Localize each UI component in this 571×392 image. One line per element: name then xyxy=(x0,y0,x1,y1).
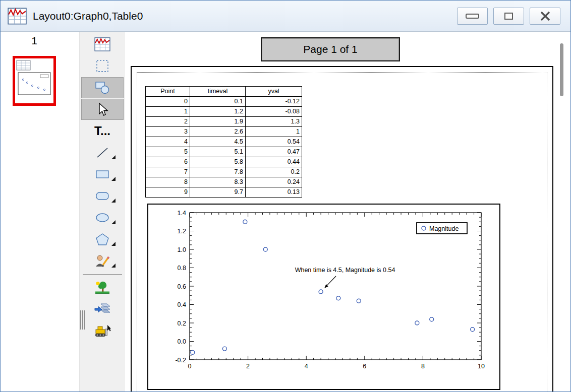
table-row: 55.10.47 xyxy=(146,147,302,157)
dropdown-corner-icon xyxy=(111,220,116,224)
data-point xyxy=(319,290,323,294)
x-tick-label: 10 xyxy=(478,363,485,370)
annotate-person-tool-button[interactable] xyxy=(81,250,124,272)
data-point xyxy=(263,247,267,251)
table-row: 32.61 xyxy=(146,127,302,137)
app-icon xyxy=(8,8,27,25)
table-cell: 9.7 xyxy=(190,187,246,198)
table-row: 21.91.3 xyxy=(146,117,302,127)
y-tick-label: -0.2 xyxy=(175,357,186,364)
table-row: 65.80.44 xyxy=(146,157,302,167)
restore-button[interactable] xyxy=(493,8,524,25)
x-tick-label: 8 xyxy=(421,363,425,370)
close-button[interactable] xyxy=(530,8,560,25)
layout-graph-table-tool-button[interactable] xyxy=(81,34,124,55)
table-cell: 0.2 xyxy=(246,167,302,177)
data-point xyxy=(357,299,361,303)
text-tool-button[interactable]: T... xyxy=(81,120,124,142)
pages-panel: 1 xyxy=(1,32,79,391)
table-header-cell: timeval xyxy=(190,87,246,97)
axis-ticks xyxy=(190,213,481,360)
panel-splitter-grip[interactable] xyxy=(80,310,85,330)
table-cell: 1.3 xyxy=(246,117,302,127)
layout-table[interactable]: Pointtimevalyval 00.1-0.1211.2-0.0821.91… xyxy=(145,86,302,198)
layout-canvas-area: Page 1 of 1 Pointtimevalyval 00.1-0.1211… xyxy=(125,32,555,391)
x-tick-label: 2 xyxy=(246,363,250,370)
window-controls xyxy=(457,8,560,25)
graph-object[interactable]: 0246810-0.20.00.20.40.60.81.01.21.4Magni… xyxy=(147,204,500,390)
table-cell: 0.54 xyxy=(246,137,302,147)
app-window: Layout0:Graph0,Table0 1 xyxy=(0,0,571,392)
table-cell: 4.5 xyxy=(190,137,246,147)
chart-legend: Magnitude xyxy=(417,223,467,234)
layers-tool-button[interactable] xyxy=(81,299,124,320)
table-cell: 1 xyxy=(146,107,190,117)
rounded-rectangle-tool-button[interactable] xyxy=(81,185,124,207)
table-cell: 0.44 xyxy=(246,157,302,167)
tree-icon xyxy=(94,281,110,295)
scatter-points xyxy=(191,220,475,354)
line-icon xyxy=(95,146,109,159)
table-cell: 5.8 xyxy=(190,157,246,167)
y-tick-label: 0.0 xyxy=(178,338,186,345)
table-cell: 2.6 xyxy=(190,127,246,137)
bulldozer-symbol-tool-button[interactable] xyxy=(81,320,124,342)
plot-frame xyxy=(190,213,481,360)
layout-graph-table-icon xyxy=(94,37,110,51)
shapes-tool-button[interactable] xyxy=(81,77,124,98)
table-cell: 0.47 xyxy=(246,147,302,157)
data-point xyxy=(471,328,475,332)
dropdown-corner-icon xyxy=(111,177,116,181)
table-cell: 0 xyxy=(146,97,190,107)
y-tick-label: 0.8 xyxy=(178,265,186,272)
scrollbar-thumb[interactable] xyxy=(560,43,563,96)
ellipse-tool-button[interactable] xyxy=(81,207,124,228)
dropdown-corner-icon xyxy=(111,155,116,159)
data-point xyxy=(191,350,195,354)
polygon-tool-button[interactable] xyxy=(81,229,124,250)
annotation-text: When time is 4.5, Magnitude is 0.54 xyxy=(295,267,395,274)
rectangle-tool-button[interactable] xyxy=(81,164,124,185)
bulldozer-icon xyxy=(94,324,111,338)
table-cell: 0.24 xyxy=(246,177,302,187)
table-cell: 3 xyxy=(146,127,190,137)
data-point xyxy=(430,317,434,321)
scatter-chart: 0246810-0.20.00.20.40.60.81.01.21.4Magni… xyxy=(148,205,499,389)
x-tick-label: 6 xyxy=(363,363,366,370)
table-cell: 7 xyxy=(146,167,190,177)
table-row: 99.70.13 xyxy=(146,187,302,198)
pointer-tool-button[interactable] xyxy=(81,99,124,120)
tree-symbol-tool-button[interactable] xyxy=(81,277,124,298)
rounded-rectangle-icon xyxy=(95,190,110,202)
layers-icon xyxy=(94,302,110,316)
person-pencil-icon xyxy=(95,254,110,268)
thumbnail-page-number: 1 xyxy=(13,35,56,47)
y-tick-label: 0.6 xyxy=(178,283,186,290)
table-cell: 8.3 xyxy=(190,177,246,187)
data-point xyxy=(243,220,247,224)
ellipse-icon xyxy=(95,212,110,224)
line-tool-button[interactable] xyxy=(81,142,124,163)
table-cell: 1.2 xyxy=(190,107,246,117)
data-point xyxy=(222,347,226,351)
table-cell: 8 xyxy=(146,177,190,187)
y-tick-label: 1.2 xyxy=(178,228,186,235)
data-point xyxy=(415,321,419,325)
select-region-tool-button[interactable] xyxy=(81,55,124,77)
vertical-scrollbar[interactable] xyxy=(555,32,570,391)
table-cell: 9 xyxy=(146,187,190,198)
minimize-button[interactable] xyxy=(457,8,488,25)
shapes-icon xyxy=(95,81,110,95)
table-cell: 0.1 xyxy=(190,97,246,107)
page-thumbnail[interactable] xyxy=(13,56,56,106)
table-row: 77.80.2 xyxy=(146,167,302,177)
table-cell: -0.08 xyxy=(246,107,302,117)
table-header-cell: Point xyxy=(146,87,190,97)
table-cell: 2 xyxy=(146,117,190,127)
table-cell: -0.12 xyxy=(246,97,302,107)
polygon-icon xyxy=(95,233,109,246)
chart-annotation: When time is 4.5, Magnitude is 0.54 xyxy=(295,267,395,288)
page-indicator-button[interactable]: Page 1 of 1 xyxy=(261,37,400,61)
title-bar: Layout0:Graph0,Table0 xyxy=(1,1,570,32)
x-tick-label: 0 xyxy=(188,363,192,370)
